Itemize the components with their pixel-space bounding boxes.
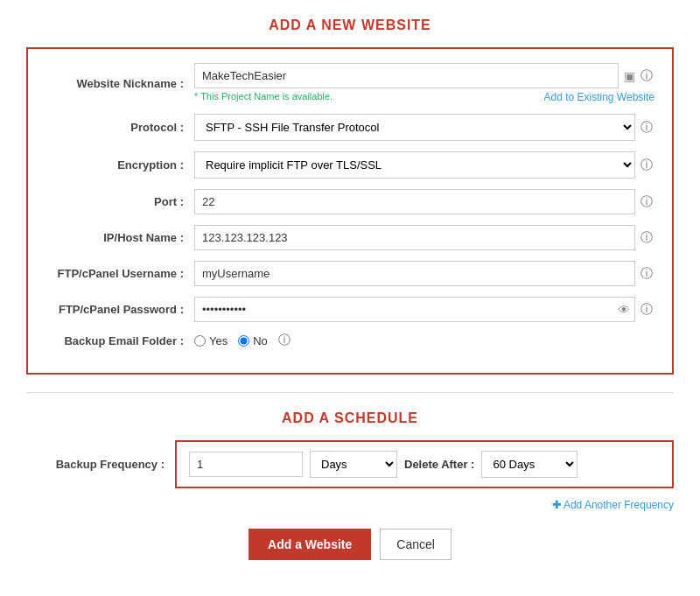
ftp-username-wrap: ⓘ bbox=[194, 261, 654, 286]
backup-email-label: Backup Email Folder : bbox=[46, 334, 194, 347]
backup-email-no-option[interactable]: No bbox=[238, 334, 268, 347]
delete-after-label: Delete After : bbox=[404, 458, 474, 471]
nickname-wrap: ▣ ⓘ * This Project Name is available. Ad… bbox=[194, 63, 654, 103]
ftp-password-help-icon[interactable]: ⓘ bbox=[640, 302, 654, 318]
schedule-title: ADD A SCHEDULE bbox=[26, 410, 674, 426]
delete-after-select[interactable]: 30 Days 60 Days 90 Days Never bbox=[481, 451, 578, 478]
schedule-row: Backup Frequency : Days Hours Weeks Mont… bbox=[26, 440, 674, 488]
backup-email-yes-option[interactable]: Yes bbox=[194, 334, 228, 347]
password-field-wrap: 👁 bbox=[194, 297, 635, 322]
schedule-section: ADD A SCHEDULE Backup Frequency : Days H… bbox=[26, 410, 674, 511]
new-website-card: Website Nickname : ▣ ⓘ * This Project Na… bbox=[26, 47, 674, 375]
action-row: Add a Website Cancel bbox=[26, 529, 674, 560]
add-frequency-link[interactable]: ✚ Add Another Frequency bbox=[552, 499, 674, 511]
encryption-row: Encryption : Require implicit FTP over T… bbox=[46, 151, 654, 179]
nickname-help-icon[interactable]: ⓘ bbox=[640, 68, 654, 84]
add-frequency-label: Add Another Frequency bbox=[564, 499, 674, 511]
add-website-button[interactable]: Add a Website bbox=[248, 529, 371, 560]
cancel-button[interactable]: Cancel bbox=[380, 529, 452, 560]
frequency-value-input[interactable] bbox=[189, 452, 303, 477]
backup-frequency-label: Backup Frequency : bbox=[26, 458, 175, 471]
ftp-username-help-icon[interactable]: ⓘ bbox=[640, 266, 654, 282]
ftp-username-row: FTP/cPanel Username : ⓘ bbox=[46, 261, 654, 286]
backup-email-yes-radio[interactable] bbox=[194, 335, 206, 347]
iphost-input[interactable] bbox=[194, 225, 635, 250]
nickname-row: Website Nickname : ▣ ⓘ * This Project Na… bbox=[46, 63, 654, 103]
iphost-label: IP/Host Name : bbox=[46, 231, 194, 244]
ftp-username-input[interactable] bbox=[194, 261, 635, 286]
backup-email-wrap: Yes No ⓘ bbox=[194, 333, 654, 348]
section-divider bbox=[26, 392, 674, 393]
encryption-help-icon[interactable]: ⓘ bbox=[640, 158, 654, 173]
nickname-available: * This Project Name is available. bbox=[194, 91, 332, 103]
page-title: ADD A NEW WEBSITE bbox=[26, 18, 674, 33]
port-input[interactable] bbox=[194, 189, 635, 214]
port-label: Port : bbox=[46, 195, 194, 208]
eye-icon[interactable]: 👁 bbox=[618, 303, 630, 317]
backup-email-yes-label: Yes bbox=[209, 334, 228, 347]
backup-email-no-radio[interactable] bbox=[238, 335, 249, 347]
protocol-row: Protocol : SFTP - SSH File Transfer Prot… bbox=[46, 114, 654, 141]
nickname-input[interactable] bbox=[194, 63, 619, 88]
ftp-password-wrap: 👁 ⓘ bbox=[194, 297, 654, 322]
iphost-help-icon[interactable]: ⓘ bbox=[640, 230, 654, 246]
nickname-input-row: ▣ ⓘ bbox=[194, 63, 654, 88]
ftp-password-label: FTP/cPanel Password : bbox=[46, 303, 194, 316]
port-wrap: ⓘ bbox=[194, 189, 654, 214]
ftp-password-input[interactable] bbox=[194, 297, 635, 322]
protocol-help-icon[interactable]: ⓘ bbox=[640, 120, 654, 136]
add-frequency-row: ✚ Add Another Frequency bbox=[26, 499, 674, 511]
ftp-password-row: FTP/cPanel Password : 👁 ⓘ bbox=[46, 297, 654, 322]
ftp-username-label: FTP/cPanel Username : bbox=[46, 267, 194, 280]
encryption-wrap: Require implicit FTP over TLS/SSL Requir… bbox=[194, 151, 654, 179]
protocol-label: Protocol : bbox=[46, 121, 194, 134]
copy-icon[interactable]: ▣ bbox=[624, 69, 635, 83]
page-wrapper: ADD A NEW WEBSITE Website Nickname : ▣ ⓘ… bbox=[0, 0, 700, 596]
frequency-unit-select[interactable]: Days Hours Weeks Months bbox=[310, 451, 397, 478]
encryption-select[interactable]: Require implicit FTP over TLS/SSL Requir… bbox=[194, 151, 635, 179]
backup-email-row: Backup Email Folder : Yes No ⓘ bbox=[46, 333, 654, 348]
port-row: Port : ⓘ bbox=[46, 189, 654, 214]
backup-email-radio-group: Yes No ⓘ bbox=[194, 333, 292, 348]
nickname-meta: * This Project Name is available. Add to… bbox=[194, 88, 654, 103]
backup-email-no-label: No bbox=[253, 334, 268, 347]
port-help-icon[interactable]: ⓘ bbox=[640, 194, 654, 210]
protocol-wrap: SFTP - SSH File Transfer Protocol FTP - … bbox=[194, 114, 654, 141]
iphost-wrap: ⓘ bbox=[194, 225, 654, 250]
protocol-select[interactable]: SFTP - SSH File Transfer Protocol FTP - … bbox=[194, 114, 635, 141]
add-existing-link[interactable]: Add to Existing Website bbox=[543, 91, 654, 103]
encryption-label: Encryption : bbox=[46, 158, 194, 172]
plus-icon: ✚ bbox=[552, 499, 561, 511]
nickname-label: Website Nickname : bbox=[46, 77, 194, 90]
schedule-inputs-card: Days Hours Weeks Months Delete After : 3… bbox=[175, 440, 674, 488]
iphost-row: IP/Host Name : ⓘ bbox=[46, 225, 654, 250]
backup-email-help-icon[interactable]: ⓘ bbox=[278, 333, 292, 348]
